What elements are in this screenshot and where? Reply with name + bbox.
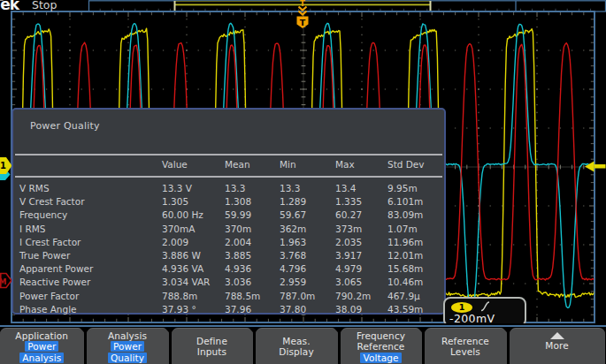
cell-mean: 37.96 xyxy=(225,303,251,316)
softkey-title-line: Levels xyxy=(425,346,507,357)
table-row: V Crest Factor1.3051.3081.2891.3356.101m xyxy=(13,195,444,209)
cell-value: 60.00 Hz xyxy=(162,209,203,222)
softkey-more[interactable]: More xyxy=(510,328,605,364)
cell-min: 3.768 xyxy=(280,249,306,262)
cell-std: 6.101m xyxy=(387,195,423,209)
cell-max: 60.27 xyxy=(335,209,362,222)
softkey-title-line: Frequency xyxy=(341,330,422,341)
cell-value: 3.034 VAR xyxy=(162,276,210,289)
tek-logo: Tek xyxy=(0,0,19,13)
cell-min: 1.289 xyxy=(280,195,306,209)
table-rows: V RMS13.3 V13.313.313.49.95mV Crest Fact… xyxy=(13,182,444,316)
svg-text:T: T xyxy=(300,0,305,8)
cell-mean: 13.3 xyxy=(225,182,245,195)
cell-std: 10.46m xyxy=(387,276,423,289)
table-separator-header xyxy=(15,176,442,178)
table-row: True Power3.886 W3.8853.7683.91712.01m xyxy=(13,249,444,262)
cell-max: 13.4 xyxy=(335,182,356,195)
cell-min: 4.796 xyxy=(280,262,306,276)
table-row: Phase Angle37.93 °37.9637.8038.0943.59m xyxy=(13,303,444,316)
svg-text:1: 1 xyxy=(0,161,6,171)
softkey-title-line: Reference xyxy=(341,341,422,352)
cell-value: 13.3 V xyxy=(162,182,192,195)
cell-mean: 1.308 xyxy=(225,195,251,209)
column-header-value: Value xyxy=(162,159,188,170)
cell-label: Apparent Power xyxy=(19,262,93,276)
softkey-divider xyxy=(334,328,344,333)
cell-min: 362m xyxy=(280,223,306,236)
cell-label: V RMS xyxy=(19,182,50,195)
cell-label: I Crest Factor xyxy=(19,236,81,249)
cell-value: 1.305 xyxy=(162,195,188,209)
softkey-define-inputs[interactable]: DefineInputs xyxy=(172,328,253,364)
softkey-divider xyxy=(80,328,90,333)
softkey-title-line: Reference xyxy=(425,336,507,346)
softkey-analysis[interactable]: AnalysisPowerQuality xyxy=(87,328,169,364)
cell-max: 790.2m xyxy=(335,290,371,303)
cell-mean: 370m xyxy=(225,223,251,236)
cell-mean: 59.99 xyxy=(225,209,251,222)
cell-std: 9.95m xyxy=(387,182,418,195)
cell-std: 15.68m xyxy=(387,262,423,276)
column-header-std-dev: Std Dev xyxy=(387,159,425,170)
cell-std: 11.96m xyxy=(387,236,423,249)
menu-top-border xyxy=(0,325,606,327)
column-header-min: Min xyxy=(280,159,296,170)
cell-min: 787.0m xyxy=(280,290,315,303)
oscilloscope-screen: TT1M Tek Stop Power Quality ValueMeanMin… xyxy=(0,0,606,364)
more-up-arrow-icon xyxy=(550,332,564,339)
table-row: Frequency60.00 Hz59.9959.6760.2783.09m xyxy=(13,209,444,222)
cell-max: 3.065 xyxy=(335,276,362,289)
cell-mean: 3.036 xyxy=(225,276,251,289)
cell-mean: 4.936 xyxy=(225,262,251,276)
table-row: V RMS13.3 V13.313.313.49.95m xyxy=(13,182,444,195)
softkey-application[interactable]: ApplicationPowerAnalysis xyxy=(0,328,84,364)
cell-label: Phase Angle xyxy=(19,303,77,316)
softkey-title-line: Application xyxy=(0,330,84,341)
softkey-divider xyxy=(502,328,513,333)
cell-value: 2.009 xyxy=(162,236,188,249)
trigger-level-arrow-icon[interactable] xyxy=(585,162,594,172)
softkey-menu: ApplicationPowerAnalysisAnalysisPowerQua… xyxy=(0,323,606,364)
cell-min: 37.80 xyxy=(280,303,306,316)
cell-label: I RMS xyxy=(19,223,45,236)
table-separator-top xyxy=(15,154,442,155)
table-header-row: ValueMeanMinMaxStd Dev xyxy=(13,159,444,172)
svg-text:M: M xyxy=(0,277,7,286)
rising-slope-icon xyxy=(479,300,492,313)
cell-std: 12.01m xyxy=(387,249,423,262)
cell-std: 1.07m xyxy=(387,223,418,236)
cell-max: 3.917 xyxy=(335,249,362,262)
cell-min: 59.67 xyxy=(280,209,306,222)
softkey-value-line: Voltage xyxy=(341,353,422,363)
table-row: Power Factor788.8m788.5m787.0m790.2m467.… xyxy=(13,290,444,303)
softkey-frequency-reference[interactable]: FrequencyReferenceVoltage xyxy=(341,328,422,364)
table-title: Power Quality xyxy=(30,120,100,132)
softkey-value-line: Power xyxy=(87,341,169,352)
softkey-value-line: Analysis xyxy=(0,353,84,363)
cell-min: 13.3 xyxy=(280,182,300,195)
table-row: I Crest Factor2.0092.0041.9632.03511.96m xyxy=(13,236,444,249)
cell-max: 4.979 xyxy=(335,262,362,276)
cell-label: Power Factor xyxy=(19,290,79,303)
cell-mean: 788.5m xyxy=(225,290,260,303)
softkey-reference-levels[interactable]: ReferenceLevels xyxy=(425,328,507,364)
cell-max: 1.335 xyxy=(335,195,362,209)
table-row: Reactive Power3.034 VAR3.0362.9593.06510… xyxy=(13,276,444,289)
cell-value: 370mA xyxy=(162,223,195,236)
cell-label: Frequency xyxy=(19,209,67,222)
cell-max: 38.09 xyxy=(335,303,362,316)
softkey-title-line: Display xyxy=(256,346,338,357)
softkey-title-line: Define xyxy=(172,336,253,346)
softkey-title-line: Inputs xyxy=(172,346,253,357)
softkey-title-line: More xyxy=(510,340,605,351)
softkey-meas-display[interactable]: Meas.Display xyxy=(256,328,338,364)
cell-std: 467.9µ xyxy=(387,290,420,303)
cell-min: 1.963 xyxy=(280,236,306,249)
softkey-divider xyxy=(165,328,175,333)
softkey-title-line: Analysis xyxy=(87,330,169,341)
acquisition-status: Stop xyxy=(32,0,57,11)
cell-std: 83.09m xyxy=(387,209,423,222)
cell-max: 373m xyxy=(335,223,362,236)
cell-label: True Power xyxy=(19,249,70,262)
